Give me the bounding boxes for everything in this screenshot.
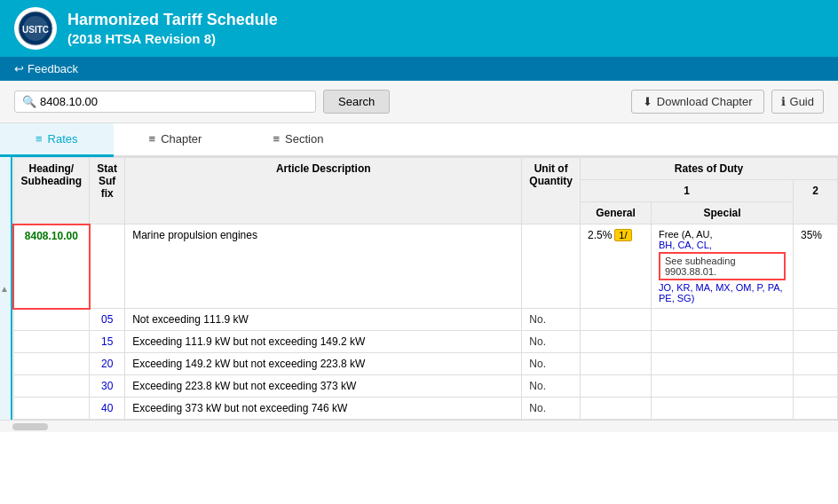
special-cell-0: Free (A, AU, BH, CA, CL, See subheading … bbox=[652, 224, 794, 309]
col2-cell-0: 35% bbox=[794, 224, 838, 309]
chapter-icon: ≡ bbox=[149, 132, 156, 146]
stat-cell-3: 20 bbox=[90, 353, 125, 375]
tab-chapter[interactable]: ≡ Chapter bbox=[114, 123, 238, 157]
unit-cell-5: No. bbox=[522, 398, 581, 420]
rates-icon: ≡ bbox=[36, 132, 43, 146]
search-bar: 🔍 Search ⬇ Download Chapter ℹ Guid bbox=[0, 81, 838, 123]
unit-cell-4: No. bbox=[522, 375, 581, 398]
heading-cell-4 bbox=[13, 375, 90, 398]
table-row: 15 Exceeding 111.9 kW but not exceeding … bbox=[13, 331, 838, 353]
article-cell-2: Exceeding 111.9 kW but not exceeding 149… bbox=[125, 331, 522, 353]
tariff-table-wrap: Heading/ Subheading Stat Suf fix Article… bbox=[12, 157, 838, 420]
search-button[interactable]: Search bbox=[323, 90, 390, 114]
general-cell-0: 2.5% 1/ bbox=[581, 224, 652, 309]
see-subheading-box: See subheading 9903.88.01. bbox=[659, 252, 786, 280]
scroll-up-arrow[interactable]: ▲ bbox=[0, 284, 9, 294]
heading-cell-main: 8408.10.00 bbox=[13, 224, 90, 309]
rate-badge[interactable]: 1/ bbox=[614, 229, 631, 241]
col-header-unit: Unit of Quantity bbox=[522, 158, 581, 224]
unit-cell-0 bbox=[522, 224, 581, 309]
col2-cell-4 bbox=[794, 375, 838, 398]
tab-rates[interactable]: ≡ Rates bbox=[0, 123, 114, 157]
heading-cell-5 bbox=[13, 398, 90, 420]
table-row: 20 Exceeding 149.2 kW but not exceeding … bbox=[13, 353, 838, 375]
col-header-special: Special bbox=[652, 202, 794, 224]
heading-cell-1 bbox=[13, 309, 90, 331]
col2-cell-2 bbox=[794, 331, 838, 353]
heading-cell-2 bbox=[13, 331, 90, 353]
table-row: 8408.10.00 Marine propulsion engines 2.5… bbox=[13, 224, 838, 309]
download-icon: ⬇ bbox=[643, 95, 652, 108]
horizontal-scrollbar[interactable] bbox=[0, 420, 838, 432]
feedback-bar: ↩ Feedback bbox=[0, 57, 838, 81]
unit-cell-2: No. bbox=[522, 331, 581, 353]
article-cell-4: Exceeding 223.8 kW but not exceeding 373… bbox=[125, 375, 522, 398]
stat-cell-2: 15 bbox=[90, 331, 125, 353]
col2-cell-5 bbox=[794, 398, 838, 420]
search-input-wrap: 🔍 bbox=[14, 91, 316, 113]
general-cell-1 bbox=[581, 309, 652, 331]
table-row: 05 Not exceeding 111.9 kW No. bbox=[13, 309, 838, 331]
special-cell-1 bbox=[652, 309, 794, 331]
feedback-icon: ↩ bbox=[14, 62, 24, 75]
stat-cell-1: 05 bbox=[90, 309, 125, 331]
download-chapter-button[interactable]: ⬇ Download Chapter bbox=[631, 90, 764, 114]
left-indicator: ▲ bbox=[0, 157, 12, 420]
special-cell-4 bbox=[652, 375, 794, 398]
unit-cell-1: No. bbox=[522, 309, 581, 331]
table-row: 40 Exceeding 373 kW but not exceeding 74… bbox=[13, 398, 838, 420]
general-cell-5 bbox=[581, 398, 652, 420]
svg-text:USITC: USITC bbox=[22, 25, 49, 35]
tab-section[interactable]: ≡ Section bbox=[237, 123, 359, 157]
special-cell-2 bbox=[652, 331, 794, 353]
app-title: Harmonized Tariff Schedule (2018 HTSA Re… bbox=[67, 10, 278, 48]
search-input[interactable] bbox=[40, 95, 308, 108]
general-cell-2 bbox=[581, 331, 652, 353]
general-cell-3 bbox=[581, 353, 652, 375]
col-header-col2: 2 bbox=[794, 180, 838, 224]
table-row: 30 Exceeding 223.8 kW but not exceeding … bbox=[13, 375, 838, 398]
tariff-table: Heading/ Subheading Stat Suf fix Article… bbox=[12, 157, 838, 420]
article-cell-5: Exceeding 373 kW but not exceeding 746 k… bbox=[125, 398, 522, 420]
special-cell-3 bbox=[652, 353, 794, 375]
heading-cell-3 bbox=[13, 353, 90, 375]
search-icon: 🔍 bbox=[22, 95, 36, 108]
unit-cell-3: No. bbox=[522, 353, 581, 375]
col2-cell-1 bbox=[794, 309, 838, 331]
article-cell-0: Marine propulsion engines bbox=[125, 224, 522, 309]
col2-cell-3 bbox=[794, 353, 838, 375]
col-header-heading: Heading/ Subheading bbox=[13, 158, 90, 224]
stat-cell-5: 40 bbox=[90, 398, 125, 420]
col-header-stat: Stat Suf fix bbox=[90, 158, 125, 224]
info-icon: ℹ bbox=[781, 95, 786, 108]
col-header-general: General bbox=[581, 202, 652, 224]
col-header-col1: 1 bbox=[581, 180, 794, 202]
stat-cell-0 bbox=[90, 224, 125, 309]
section-icon: ≡ bbox=[273, 132, 280, 146]
tab-bar: ≡ Rates ≡ Chapter ≡ Section bbox=[0, 123, 838, 157]
app-header: USITC Harmonized Tariff Schedule (2018 H… bbox=[0, 0, 838, 57]
article-cell-3: Exceeding 149.2 kW but not exceeding 223… bbox=[125, 353, 522, 375]
feedback-button[interactable]: ↩ Feedback bbox=[14, 62, 78, 75]
main-content: ▲ Heading/ Subheading Stat Suf fix Artic… bbox=[0, 157, 838, 420]
app-logo: USITC bbox=[14, 7, 57, 50]
col-header-rates: Rates of Duty bbox=[581, 158, 838, 180]
general-cell-4 bbox=[581, 375, 652, 398]
special-cell-5 bbox=[652, 398, 794, 420]
guide-button[interactable]: ℹ Guid bbox=[771, 90, 824, 114]
stat-cell-4: 30 bbox=[90, 375, 125, 398]
article-cell-1: Not exceeding 111.9 kW bbox=[125, 309, 522, 331]
col-header-article: Article Description bbox=[125, 158, 522, 224]
